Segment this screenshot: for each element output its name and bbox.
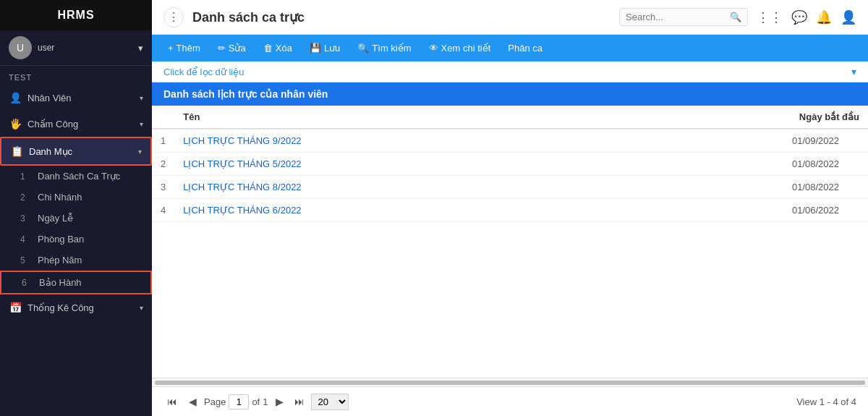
search-button[interactable]: 🔍 Tìm kiếm (350, 39, 418, 57)
add-button[interactable]: + Thêm (161, 39, 208, 57)
plus-icon: + (168, 43, 174, 54)
search-label: Tìm kiếm (372, 43, 411, 54)
row-num: 1 (152, 129, 174, 153)
row-date: 01/09/2022 (601, 129, 868, 153)
sidebar-subitem-bao-hanh[interactable]: 6 Bảo Hành (2) (0, 271, 152, 294)
save-icon: 💾 (310, 43, 321, 54)
phan-ca-button[interactable]: Phân ca (501, 39, 550, 57)
table-row[interactable]: 2 LỊCH TRỰC THÁNG 5/2022 01/08/2022 (152, 153, 868, 176)
prev-page-button[interactable]: ◀ (184, 393, 201, 410)
avatar: U (9, 36, 32, 59)
sidebar-subitem-chi-nhanh[interactable]: 2 Chi Nhánh (0, 187, 152, 208)
table-row[interactable]: 4 LỊCH TRỰC THÁNG 6/2022 01/06/2022 (152, 199, 868, 222)
scrollbar-thumb (155, 381, 865, 385)
chat-icon[interactable]: 💬 (791, 9, 807, 25)
subitem-num-4: 4 (20, 234, 32, 245)
subitem-num-5: 5 (20, 255, 32, 266)
person-icon: 👤 (9, 91, 22, 104)
subitem-label-phep-nam: Phép Năm (38, 255, 82, 266)
chevron-down-icon: ▾ (140, 120, 143, 128)
search-icon[interactable]: 🔍 (730, 12, 741, 22)
row-date: 01/08/2022 (601, 176, 868, 199)
app-title: HRMS (0, 0, 152, 30)
row-num: 4 (152, 199, 174, 222)
row-date: 01/06/2022 (601, 199, 868, 222)
filter-chevron-icon[interactable]: ▾ (851, 66, 856, 77)
main-content: ⋮ Danh sách ca trực 🔍 ⋮⋮ 💬 🔔 👤 + Thêm ✏ … (152, 0, 868, 416)
of-label: of (252, 396, 260, 407)
sidebar: HRMS U user ▾ Test 👤 Nhân Viên ▾ 🖐 Chấm … (0, 0, 152, 416)
sidebar-item-cham-cong-label: Chấm Công (27, 119, 134, 130)
page-number-input[interactable] (229, 394, 249, 409)
next-page-button[interactable]: ▶ (271, 393, 288, 410)
filter-link[interactable]: Click để lọc dữ liệu (163, 67, 244, 77)
table-row[interactable]: 3 LỊCH TRỰC THÁNG 8/2022 01/08/2022 (152, 176, 868, 199)
scrollbar-track (155, 381, 865, 385)
pagination-controls: ⏮ ◀ Page of 1 ▶ ⏭ 20 50 100 (163, 393, 349, 410)
grid-apps-icon[interactable]: ⋮⋮ (757, 9, 783, 25)
subitem-label-chi-nhanh: Chi Nhánh (38, 192, 82, 203)
col-name: Tên (174, 106, 601, 129)
add-label: Thêm (176, 43, 200, 54)
username: user (38, 43, 132, 53)
user-menu[interactable]: U user ▾ (0, 30, 152, 66)
subitem-num-3: 3 (20, 213, 32, 224)
sidebar-subitem-phep-nam[interactable]: 5 Phép Năm (0, 250, 152, 271)
sidebar-item-danh-muc[interactable]: 📋 Danh Mục ▾ (1) (0, 137, 152, 166)
table-row[interactable]: 1 LỊCH TRỰC THÁNG 9/2022 01/09/2022 (152, 129, 868, 153)
view-detail-button[interactable]: 👁 Xem chi tiết (422, 39, 498, 57)
sidebar-item-nhan-vien[interactable]: 👤 Nhân Viên ▾ (0, 85, 152, 111)
sidebar-subitem-ngay-le[interactable]: 3 Ngày Lễ (0, 208, 152, 229)
menu-icon[interactable]: ⋮ (163, 7, 184, 27)
grid-icon: 📋 (10, 145, 23, 158)
per-page-select[interactable]: 20 50 100 (311, 394, 349, 410)
row-date: 01/08/2022 (601, 153, 868, 176)
bell-icon[interactable]: 🔔 (816, 9, 832, 25)
page-label: Page (204, 396, 226, 407)
subitem-num-1: 1 (20, 171, 32, 182)
col-date: Ngày bắt đầu (601, 106, 868, 129)
row-num: 3 (152, 176, 174, 199)
save-button[interactable]: 💾 Lưu (302, 39, 347, 57)
filter-row: Click để lọc dữ liệu ▾ (152, 61, 868, 82)
first-page-button[interactable]: ⏮ (163, 393, 181, 410)
search-btn-icon: 🔍 (357, 43, 369, 54)
horizontal-scrollbar[interactable] (152, 378, 868, 386)
calendar-icon: 📅 (9, 301, 22, 314)
toolbar: + Thêm ✏ Sửa 🗑 Xóa 💾 Lưu 🔍 Tìm kiếm 👁 Xe… (152, 35, 868, 61)
view-detail-label: Xem chi tiết (441, 43, 491, 54)
content-area: Danh sách lịch trực của nhân viên Tên Ng… (152, 82, 868, 378)
sidebar-item-thong-ke-label: Thống Kê Công (27, 302, 134, 313)
last-page-button[interactable]: ⏭ (291, 393, 308, 410)
sidebar-subitem-phong-ban[interactable]: 4 Phòng Ban (0, 229, 152, 250)
row-name[interactable]: LỊCH TRỰC THÁNG 6/2022 (174, 199, 601, 222)
chevron-down-icon-3: ▾ (140, 304, 143, 312)
sidebar-subitem-danh-sach-ca-truc[interactable]: 1 Danh Sách Ca Trực (0, 166, 152, 187)
search-input[interactable] (626, 12, 727, 22)
row-name[interactable]: LỊCH TRỰC THÁNG 9/2022 (174, 129, 601, 153)
eye-icon: 👁 (429, 43, 438, 54)
view-info: View 1 - 4 of 4 (796, 396, 856, 407)
edit-button[interactable]: ✏ Sửa (210, 39, 253, 57)
save-label: Lưu (324, 43, 340, 54)
sidebar-item-danh-muc-label: Danh Mục (29, 146, 132, 157)
pagination: ⏮ ◀ Page of 1 ▶ ⏭ 20 50 100 View 1 - 4 o… (152, 386, 868, 416)
delete-button[interactable]: 🗑 Xóa (256, 39, 299, 57)
row-name[interactable]: LỊCH TRỰC THÁNG 5/2022 (174, 153, 601, 176)
sidebar-item-cham-cong[interactable]: 🖐 Chấm Công ▾ (0, 111, 152, 137)
delete-label: Xóa (276, 43, 292, 54)
chevron-right-icon: ▾ (140, 94, 143, 102)
row-num: 2 (152, 153, 174, 176)
search-box[interactable]: 🔍 (619, 8, 748, 26)
edit-label: Sửa (229, 43, 246, 54)
page-title: Danh sách ca trực (192, 9, 610, 25)
row-name[interactable]: LỊCH TRỰC THÁNG 8/2022 (174, 176, 601, 199)
data-table: Tên Ngày bắt đầu 1 LỊCH TRỰC THÁNG 9/202… (152, 106, 868, 222)
topbar: ⋮ Danh sách ca trực 🔍 ⋮⋮ 💬 🔔 👤 (152, 0, 868, 35)
subitem-num-6: 6 (22, 278, 33, 288)
user-icon[interactable]: 👤 (841, 9, 856, 25)
sidebar-item-thong-ke[interactable]: 📅 Thống Kê Công ▾ (0, 294, 152, 321)
subitem-label-bao-hanh: Bảo Hành (39, 277, 82, 288)
user-arrow-icon: ▾ (138, 43, 143, 54)
chevron-down-icon-2: ▾ (138, 148, 142, 156)
